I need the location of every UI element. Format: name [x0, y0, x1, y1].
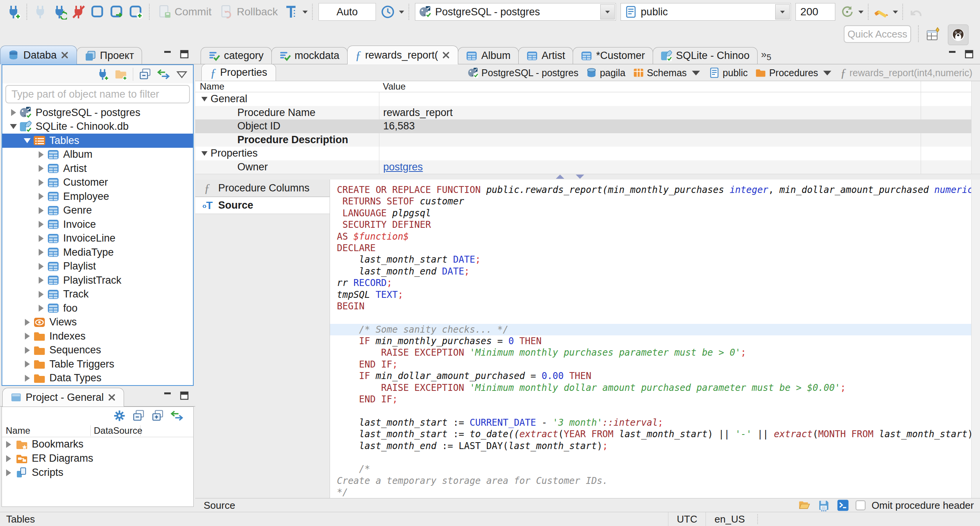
source-editor[interactable]: CREATE OR REPLACE FUNCTION public.reward…: [330, 180, 980, 498]
project-row-er-diagrams[interactable]: ER Diagrams: [2, 451, 193, 466]
expander-icon[interactable]: [35, 179, 47, 186]
toolbar-combo[interactable]: PostgreSQL - postgres: [415, 3, 616, 21]
code-line[interactable]: LANGUAGE plpgsql: [330, 207, 972, 219]
expander-icon[interactable]: [2, 441, 15, 448]
expander-icon[interactable]: [21, 347, 33, 354]
code-line[interactable]: [330, 452, 972, 463]
code-line[interactable]: last_month_end DATE;: [330, 266, 972, 277]
tree-item-views[interactable]: Views: [2, 315, 193, 330]
collapse-all-icon[interactable]: [139, 68, 152, 81]
property-row-owner[interactable]: Ownerpostgres: [195, 160, 980, 174]
code-line[interactable]: tmpSQL TEXT;: [330, 289, 972, 301]
code-line[interactable]: IF min_monthly_purchases = 0 THEN: [330, 335, 972, 347]
status-locale[interactable]: en_US: [706, 512, 753, 526]
minimize-icon[interactable]: [162, 390, 173, 401]
minimize-icon[interactable]: [162, 49, 173, 60]
tab-overflow-button[interactable]: »5: [757, 49, 774, 64]
settings-gear-button[interactable]: [113, 409, 126, 422]
sql-terminal-button[interactable]: [836, 499, 849, 512]
expander-icon[interactable]: [8, 124, 19, 129]
code-line[interactable]: CREATE OR REPLACE FUNCTION public.reward…: [330, 184, 972, 196]
code-line[interactable]: last_month_end := LAST_DAY(last_month_st…: [330, 440, 972, 452]
expander-icon[interactable]: [21, 333, 33, 340]
tab-properties[interactable]: ƒ Properties: [201, 64, 276, 81]
code-line[interactable]: RAISE EXCEPTION 'Minimum monthly purchas…: [330, 347, 972, 358]
collapse-all-button[interactable]: [139, 68, 152, 81]
expand-all-button[interactable]: [151, 409, 164, 422]
transaction-log-dropdown-icon[interactable]: [302, 9, 309, 15]
code-line[interactable]: END IF;: [330, 359, 972, 370]
expander-icon[interactable]: [35, 151, 47, 158]
group-expander-icon[interactable]: [201, 151, 207, 156]
group-expander-icon[interactable]: [201, 97, 207, 101]
view-menu-button[interactable]: [175, 68, 188, 81]
tree-item-postgresql-postgres[interactable]: PostgreSQL - postgres: [2, 106, 193, 120]
view-tab-1[interactable]: Проект: [77, 47, 142, 64]
code-line[interactable]: SECURITY DEFINER: [330, 219, 972, 230]
property-row-general[interactable]: General: [195, 92, 980, 106]
omit-header-checkbox[interactable]: [856, 500, 866, 510]
code-line[interactable]: END IF;: [330, 394, 972, 405]
tab-project-general[interactable]: Project - General: [2, 388, 124, 407]
editor-tab-category[interactable]: category: [201, 47, 272, 64]
expander-icon[interactable]: [8, 109, 19, 116]
code-line[interactable]: last_month_start DATE;: [330, 254, 972, 265]
new-connection-small-icon[interactable]: [96, 68, 109, 81]
settings-gear-icon[interactable]: [113, 409, 126, 422]
chevron-down-icon[interactable]: [822, 67, 833, 78]
expander-icon[interactable]: [35, 221, 47, 228]
tree-item-sequences[interactable]: Sequences: [2, 343, 193, 358]
source-code[interactable]: CREATE OR REPLACE FUNCTION public.reward…: [330, 184, 972, 498]
tree-item-indexes[interactable]: Indexes: [2, 329, 193, 343]
expander-icon[interactable]: [35, 291, 47, 298]
link-with-editor-button[interactable]: [157, 68, 170, 81]
code-line[interactable]: RAISE EXCEPTION 'Minimum monthly dollar …: [330, 382, 972, 394]
tree-item-tables[interactable]: Tables: [2, 134, 193, 148]
collapse-all-icon[interactable]: [132, 409, 145, 422]
history-clock-button[interactable]: [378, 2, 397, 21]
editor-tab-rewards-report-[interactable]: ƒrewards_report(: [347, 46, 459, 64]
property-row-properties[interactable]: Properties: [195, 147, 980, 160]
expander-icon[interactable]: [35, 305, 47, 312]
open-file-button[interactable]: [798, 499, 811, 512]
search-torch-dropdown-icon[interactable]: [892, 9, 899, 15]
property-row-procedure-name[interactable]: Procedure Namerewards_report: [195, 106, 980, 120]
new-connection-button[interactable]: [4, 2, 23, 21]
new-folder-icon[interactable]: [114, 68, 127, 81]
tree-item-customer[interactable]: Customer: [2, 176, 193, 190]
open-perspective-button[interactable]: [923, 25, 943, 44]
auto-refresh-dropdown-icon[interactable]: [858, 9, 864, 15]
property-value-link[interactable]: postgres: [383, 161, 423, 173]
code-line[interactable]: Create a temporary storage area for Cust…: [330, 475, 972, 487]
splitter-arrows[interactable]: [555, 174, 585, 179]
link-with-editor-button[interactable]: [170, 409, 183, 422]
chevron-down-icon[interactable]: [691, 67, 701, 78]
code-line[interactable]: rr RECORD;: [330, 277, 972, 289]
undo-arrow-button[interactable]: [906, 2, 926, 21]
tree-item-genre[interactable]: Genre: [2, 204, 193, 218]
subtab-procedure-columns[interactable]: ƒProcedure Columns: [195, 180, 330, 197]
connect-plug-button[interactable]: [31, 2, 50, 21]
collapse-up-icon[interactable]: [555, 174, 565, 179]
tree-item-invoice[interactable]: Invoice: [2, 217, 193, 232]
collapse-down-icon[interactable]: [575, 174, 585, 179]
editor-tab-mockdata[interactable]: mockdata: [271, 47, 348, 64]
link-with-editor-icon[interactable]: [157, 68, 170, 81]
minimize-icon[interactable]: [947, 49, 958, 60]
tree-item-table-triggers[interactable]: Table Triggers: [2, 357, 193, 371]
code-line[interactable]: /* Some sanity checks... */: [330, 324, 972, 335]
tree-item-album[interactable]: Album: [2, 148, 193, 162]
tree-item-mediatype[interactable]: MediaType: [2, 245, 193, 260]
quick-access-input[interactable]: Quick Access: [844, 25, 911, 43]
code-line[interactable]: */: [330, 487, 972, 498]
editor-tab--customer[interactable]: *Customer: [573, 47, 653, 64]
breadcrumb-rewards-report-int4-numeric-[interactable]: ƒrewards_report(int4,numeric): [840, 67, 972, 79]
view-menu-icon[interactable]: [175, 68, 188, 81]
new-folder-button[interactable]: [114, 68, 127, 81]
breadcrumb-public[interactable]: public: [709, 67, 748, 78]
breadcrumb-postgresql-postgres[interactable]: PostgreSQL - postgres: [468, 67, 578, 78]
breadcrumb-pagila[interactable]: pagila: [586, 67, 626, 78]
expander-icon[interactable]: [35, 165, 47, 172]
pane-splitter[interactable]: [195, 174, 980, 180]
code-line[interactable]: IF min_dollar_amount_purchased = 0.00 TH…: [330, 370, 972, 382]
